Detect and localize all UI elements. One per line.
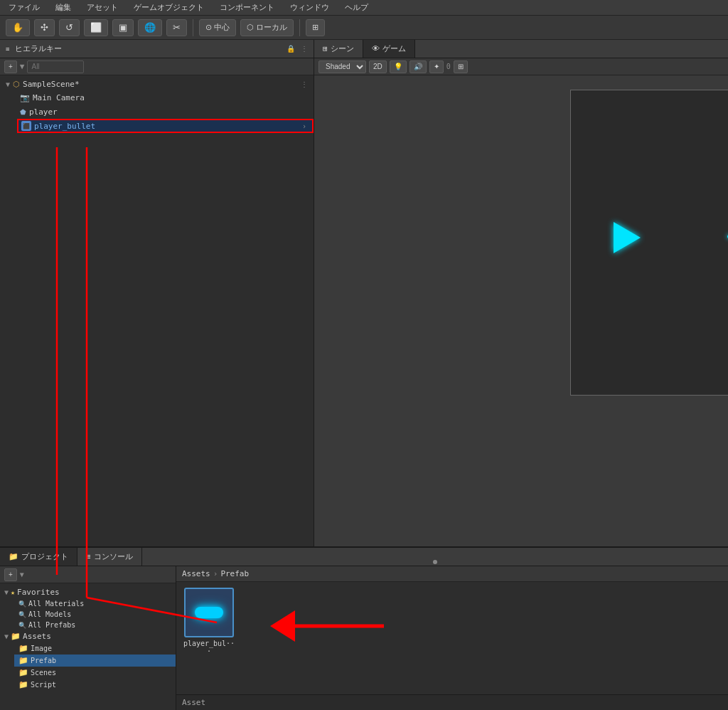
hierarchy-header: ≡ ヒエラルキー 🔒 ⋮ [0,40,314,58]
scene-name: SampleScene* [23,80,79,89]
tool-rotate[interactable]: ↺ [59,19,80,36]
tab-scene[interactable]: ⊞ シーン [314,40,363,58]
assets-script[interactable]: 📁 Script [14,679,176,691]
assets-header[interactable]: ▼ 📁 Assets [0,630,176,642]
project-toolbar: + ▼ [0,566,176,583]
favorites-models[interactable]: 🔍 All Models [14,609,176,620]
gizmos-button[interactable]: ⊞ [454,60,468,73]
tool-custom[interactable]: ✂ [166,19,187,36]
menu-gameobject[interactable]: ゲームオブジェクト [131,1,207,14]
menu-file[interactable]: ファイル [6,1,43,14]
tool-move[interactable]: ✣ [34,19,55,36]
scene-view[interactable] [314,75,728,546]
bottom-status-bar: Asset [176,694,728,710]
hierarchy-item-main-camera[interactable]: 📷 Main Camera [17,90,314,105]
favorites-header[interactable]: ▼ ★ Favorites [0,586,176,598]
image-label: Image [31,645,52,652]
scene-header[interactable]: ▼ ⬡ SampleScene* ⋮ [0,78,314,90]
menu-window[interactable]: ウィンドウ [287,1,332,14]
separator-1 [193,19,193,36]
asset-grid: player_bul··· [176,582,728,694]
local-button[interactable]: ⬡ ローカル [240,19,294,36]
favorites-expand: ▼ [4,588,9,596]
player-bullet-label: player_bullet [34,122,95,131]
asset-item-player-bullet[interactable]: player_bul··· [182,588,236,655]
project-panel: + ▼ ▼ ★ Favorites 🔍 All Materials 🔍 [0,566,176,710]
local-label: ローカル [256,22,287,33]
assets-children: 📁 Image 📁 Prefab 📁 Scenes 📁 Script [0,642,176,691]
fx-button[interactable]: ✦ [429,60,444,73]
game-viewport-box [570,90,728,396]
tool-transform[interactable]: 🌐 [138,19,162,36]
scenes-folder-icon: 📁 [18,668,28,677]
tab-game[interactable]: 👁 ゲーム [363,40,415,58]
tool-hand[interactable]: ✋ [6,19,30,36]
main-camera-label: Main Camera [33,93,85,102]
dropdown-arrow: ▼ [20,62,25,71]
pivot-label: 中心 [214,22,230,33]
assets-image[interactable]: 📁 Image [14,642,176,655]
scene-game-area: ⊞ シーン 👁 ゲーム Shaded 2D 💡 🔊 ✦ 0 ⊞ [314,40,728,546]
favorites-prefabs-label: All Prefabs [28,621,75,629]
scene-options: ⋮ [301,80,308,88]
scene-tab-icon: ⊞ [323,44,328,53]
assets-label: Assets [23,632,51,641]
favorites-prefabs[interactable]: 🔍 All Prefabs [14,620,176,630]
main-layout: ≡ ヒエラルキー 🔒 ⋮ + ▼ ▼ ⬡ SampleScene* ⋮ 📷 [0,40,728,546]
hierarchy-item-player[interactable]: ⬟ player [17,105,314,119]
breadcrumb-prefab[interactable]: Prefab [220,569,249,578]
script-folder-icon: 📁 [18,680,28,689]
project-tab-label: プロジェクト [21,551,68,562]
pivot-button[interactable]: ⊙ 中心 [199,19,236,36]
menu-component[interactable]: コンポーネント [217,1,277,14]
game-tab-label: ゲーム [382,43,406,54]
hierarchy-children: 📷 Main Camera ⬟ player ⬛ player_bullet › [0,90,314,133]
hierarchy-toolbar: + ▼ [0,58,314,75]
assets-prefab[interactable]: 📁 Prefab [14,655,176,667]
bottom-area: 📁 プロジェクト ≡ コンソール + ▼ ▼ ★ Favorites [0,546,728,710]
menu-edit[interactable]: 編集 [53,1,74,14]
player-label: player [29,107,58,117]
menu-help[interactable]: ヘルプ [342,1,371,14]
center-indicator [433,560,437,564]
search-models-icon: 🔍 [18,611,26,618]
favorites-materials[interactable]: 🔍 All Materials [14,598,176,609]
lock-icon: 🔒 [287,45,295,53]
gizmos-label: 0 [446,63,451,70]
audio-button[interactable]: 🔊 [410,60,427,73]
tab-console[interactable]: ≡ コンソール [77,548,142,566]
hierarchy-item-player-bullet[interactable]: ⬛ player_bullet › [17,119,314,133]
scene-tab-label: シーン [331,43,354,54]
hierarchy-search[interactable] [27,60,84,73]
favorites-children: 🔍 All Materials 🔍 All Models 🔍 All Prefa… [0,598,176,630]
breadcrumb-separator: › [213,569,218,578]
project-tree: ▼ ★ Favorites 🔍 All Materials 🔍 All Mode… [0,583,176,710]
breadcrumb-assets[interactable]: Assets [182,569,210,578]
shading-dropdown[interactable]: Shaded [318,60,366,73]
camera-icon: 📷 [20,93,30,102]
player-sprite [614,222,641,253]
assets-scenes[interactable]: 📁 Scenes [14,667,176,679]
breadcrumb-bar: Assets › Prefab [176,566,728,582]
prefab-icon: ⬛ [21,121,31,131]
tool-rect[interactable]: ▣ [112,19,134,36]
tab-project[interactable]: 📁 プロジェクト [0,548,77,566]
project-console-layout: + ▼ ▼ ★ Favorites 🔍 All Materials 🔍 [0,566,728,710]
hierarchy-panel: ≡ ヒエラルキー 🔒 ⋮ + ▼ ▼ ⬡ SampleScene* ⋮ 📷 [0,40,314,546]
scenes-label: Scenes [31,669,56,677]
scene-toolbar: Shaded 2D 💡 🔊 ✦ 0 ⊞ [314,58,728,75]
assets-view: Assets › Prefab player_bul··· Asset [176,566,728,710]
extra-button[interactable]: ⊞ [306,19,325,36]
hierarchy-title: ヒエラルキー [15,43,281,54]
project-dropdown-arrow: ▼ [20,571,24,578]
chevron-right-icon: › [302,122,306,130]
lighting-button[interactable]: 💡 [390,60,407,73]
tool-scale[interactable]: ⬜ [84,19,108,36]
2d-button[interactable]: 2D [369,60,387,73]
script-label: Script [31,681,56,689]
project-add-button[interactable]: + [4,568,17,581]
project-tab-icon: 📁 [9,552,18,561]
menu-asset[interactable]: アセット [84,1,121,14]
separator-2 [299,19,300,36]
hierarchy-add-button[interactable]: + [4,60,17,73]
